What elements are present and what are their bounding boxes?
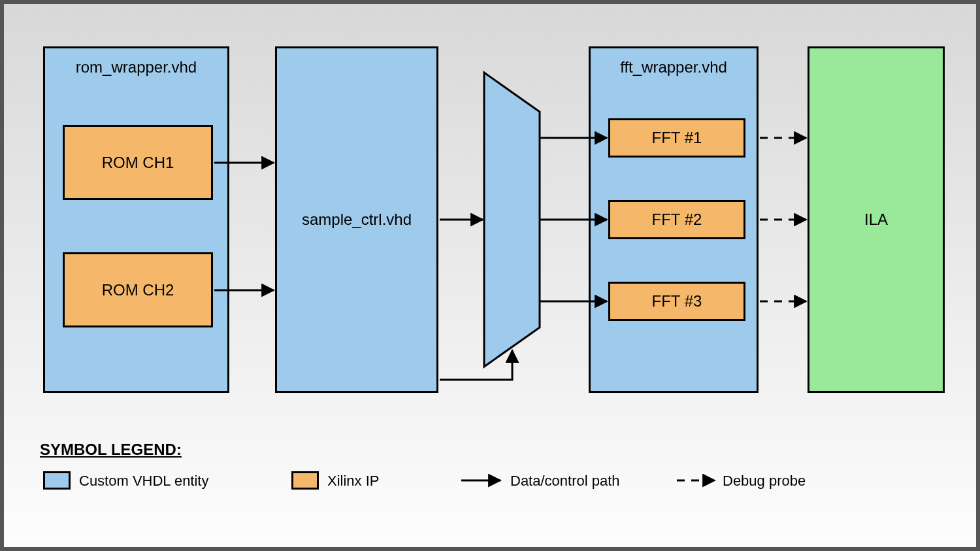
legend-text-debug: Debug probe	[723, 473, 806, 490]
legend-text-custom: Custom VHDL entity	[79, 473, 208, 490]
mux-shape	[484, 73, 540, 367]
block-sample-ctrl: sample_ctrl.vhd	[275, 46, 438, 393]
block-ila: ILA	[808, 46, 945, 393]
label-ila: ILA	[809, 210, 943, 229]
block-rom-wrapper: rom_wrapper.vhd	[43, 46, 229, 393]
block-fft3: FFT #3	[608, 282, 745, 321]
label-rom-ch2: ROM CH2	[65, 281, 211, 299]
block-rom-ch2: ROM CH2	[63, 252, 213, 327]
label-fft-wrapper: fft_wrapper.vhd	[591, 58, 757, 76]
label-rom-wrapper: rom_wrapper.vhd	[45, 58, 227, 76]
label-fft2: FFT #2	[610, 210, 743, 229]
legend-swatch-custom	[43, 471, 71, 490]
legend-text-xilinx: Xilinx IP	[327, 473, 379, 490]
label-sample-ctrl: sample_ctrl.vhd	[277, 210, 436, 229]
block-fft1: FFT #1	[608, 118, 745, 158]
label-fft1: FFT #1	[610, 129, 743, 147]
legend-swatch-xilinx	[291, 471, 319, 490]
label-rom-ch1: ROM CH1	[65, 154, 211, 172]
diagram-frame: rom_wrapper.vhd ROM CH1 ROM CH2 sample_c…	[0, 0, 980, 551]
legend-text-datapath: Data/control path	[510, 473, 620, 490]
block-rom-ch1: ROM CH1	[63, 125, 213, 200]
legend-title: SYMBOL LEGEND:	[40, 441, 182, 459]
block-fft2: FFT #2	[608, 200, 745, 239]
label-fft3: FFT #3	[610, 292, 743, 310]
arrow-samplectrl-mux-select	[440, 350, 512, 380]
